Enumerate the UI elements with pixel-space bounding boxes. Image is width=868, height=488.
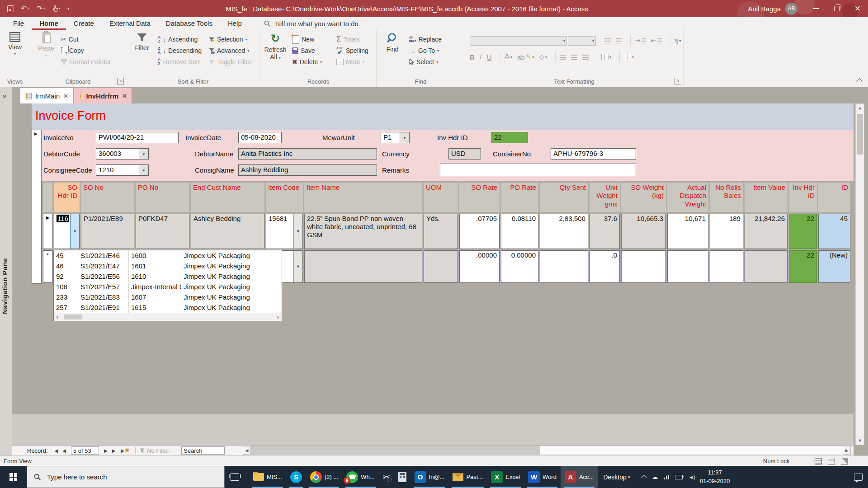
tab-file[interactable]: File xyxy=(5,17,32,30)
go-to-button[interactable]: → Go To▾ xyxy=(409,45,439,56)
undo-icon[interactable]: ↶▾ xyxy=(21,5,29,12)
taskbar-app-skype[interactable]: S xyxy=(286,466,306,488)
font-color-button[interactable]: A▾ xyxy=(505,52,512,61)
previous-record-button[interactable]: ◀ xyxy=(62,448,66,453)
descending-button[interactable]: ZA↓ Descending xyxy=(158,45,202,56)
cell-unit-weight[interactable]: 37.6 xyxy=(590,214,620,249)
consignee-code-combo[interactable]: 1210▾ xyxy=(96,164,149,176)
so-dropdown-row[interactable]: 108S1/2021/E57Jimpex-Internal OrdJimpex … xyxy=(54,282,282,292)
horizontal-scrollbar[interactable]: ◀ ▶ xyxy=(243,446,851,455)
record-search-input[interactable]: Search xyxy=(181,446,225,455)
scrollbar-thumb[interactable] xyxy=(857,114,863,155)
save-record-button[interactable]: Save xyxy=(292,45,315,56)
taskbar-app-outlook[interactable]: O In@... xyxy=(410,466,449,488)
taskbar-app-snipping-tool[interactable]: ✂ xyxy=(379,466,394,488)
chevron-down-icon[interactable]: ▾ xyxy=(400,132,409,143)
select-button[interactable]: Select▾ xyxy=(409,56,438,67)
cell-no-rolls-bales[interactable]: 189 xyxy=(710,214,743,249)
copy-button[interactable]: Copy xyxy=(61,45,84,56)
gridlines-button[interactable]: ▾ xyxy=(601,54,611,60)
cell-so-hdr-id[interactable]: 116 ▼ xyxy=(54,214,80,249)
scroll-left-icon[interactable]: ‹ xyxy=(54,314,61,320)
navigation-pane-collapsed[interactable]: » Navigation Pane xyxy=(0,87,12,455)
taskbar-app-calculator[interactable] xyxy=(394,466,410,488)
expand-nav-pane-icon[interactable]: » xyxy=(3,92,6,99)
align-right-icon[interactable] xyxy=(582,55,589,60)
text-formatting-dialog-launcher[interactable]: ⇘ xyxy=(675,78,681,84)
tab-database-tools[interactable]: Database Tools xyxy=(158,17,220,30)
cell-actual-dispatch-weight[interactable]: 10,671 xyxy=(667,214,708,249)
tray-volume-icon[interactable]: ◄) xyxy=(689,474,695,480)
start-button[interactable] xyxy=(0,466,27,488)
cell-uom[interactable] xyxy=(424,250,458,283)
taskbar-app-excel[interactable]: X Excel xyxy=(487,466,524,488)
cell-so-rate[interactable]: .07705 xyxy=(459,214,500,249)
vertical-scrollbar[interactable]: ▲ ▼ xyxy=(855,103,864,445)
datasheet-view-icon[interactable] xyxy=(815,458,822,465)
customize-qat-icon[interactable]: ▾ xyxy=(67,6,70,11)
toggle-filter-button[interactable]: Toggle Filter xyxy=(208,56,251,67)
tab-create[interactable]: Create xyxy=(66,17,102,30)
debtor-code-combo[interactable]: 360003▾ xyxy=(96,148,149,160)
so-dropdown-row[interactable]: 233S1/2021/E831607Jimpex UK Packaging xyxy=(54,292,282,302)
restore-button[interactable] xyxy=(826,0,847,17)
taskbar-app-file-explorer[interactable]: MIS... xyxy=(249,466,286,488)
form-record-selector[interactable]: ▶ xyxy=(32,130,42,284)
cut-button[interactable]: ✂ Cut xyxy=(61,34,79,45)
doc-tab-frmmain[interactable]: frmMain ✕ xyxy=(20,88,73,103)
bullet-list-icon[interactable] xyxy=(604,38,611,43)
cell-so-no[interactable]: P1/2021/E89 xyxy=(81,214,134,249)
collapse-ribbon-icon[interactable] xyxy=(857,77,862,85)
highlight-color-button[interactable]: ab✎▾ xyxy=(517,53,534,61)
italic-button[interactable]: I xyxy=(480,53,482,61)
cell-unit-weight[interactable]: .0 xyxy=(590,250,620,283)
desktop-toolbar[interactable]: Desktop» xyxy=(598,466,636,488)
format-painter-button[interactable]: Format Painter xyxy=(61,56,111,67)
clipboard-dialog-launcher[interactable]: ⇘ xyxy=(117,78,124,84)
show-hidden-icons[interactable] xyxy=(641,475,647,481)
tab-external-data[interactable]: External Data xyxy=(102,17,158,30)
align-center-icon[interactable] xyxy=(571,55,577,60)
tab-home[interactable]: Home xyxy=(32,17,66,30)
align-left-icon[interactable] xyxy=(560,55,566,60)
scrollbar-thumb[interactable] xyxy=(64,314,82,319)
cell-end-cust-name[interactable]: Ashley Bedding xyxy=(191,214,264,249)
tell-me-search[interactable]: Tell me what you want to do xyxy=(264,20,359,28)
so-dropdown-row[interactable]: 257S1/2021/E911615Jimpex UK Packaging xyxy=(54,302,282,313)
action-center-button[interactable] xyxy=(848,466,868,488)
bold-button[interactable]: B xyxy=(470,53,475,61)
avatar[interactable]: AB xyxy=(785,3,797,15)
cell-po-rate[interactable]: 0.08110 xyxy=(501,214,538,249)
refresh-all-button[interactable]: ↻ Refresh All ▾ xyxy=(262,32,288,61)
taskbar-clock[interactable]: 11:37 01-09-2020 xyxy=(695,466,735,488)
so-dropdown-row[interactable]: 45S1/2021/E461600Jimpex UK Packaging xyxy=(54,250,282,261)
record-position[interactable]: 5 of 53 xyxy=(71,446,99,455)
cell-actual-dispatch-weight[interactable] xyxy=(667,250,708,283)
totals-button[interactable]: Σ Totals xyxy=(336,34,360,45)
so-dropdown-row[interactable]: 46S1/2021/E471601Jimpex UK Packaging xyxy=(54,261,282,271)
cell-item-value[interactable] xyxy=(745,250,788,283)
save-icon[interactable] xyxy=(7,5,14,12)
paragraph-direction-icon[interactable]: ¶▾ xyxy=(675,37,681,45)
taskbar-app-access[interactable]: A Acc... xyxy=(561,466,598,488)
minimize-button[interactable] xyxy=(806,0,826,17)
replace-button[interactable]: ab⇆ac Replace xyxy=(409,34,442,45)
scroll-right-icon[interactable]: › xyxy=(274,314,282,320)
row-selector[interactable]: ▶ xyxy=(43,214,52,249)
cell-uom[interactable]: Yds. xyxy=(424,214,458,249)
chevron-icon[interactable]: » xyxy=(628,474,631,479)
chevron-down-icon[interactable]: ▾ xyxy=(139,165,148,175)
selection-button[interactable]: ⚡ Selection▾ xyxy=(208,34,247,45)
cell-item-value[interactable]: 21,842.26 xyxy=(745,214,788,249)
numbered-list-icon[interactable] xyxy=(616,38,622,43)
cell-item-name[interactable] xyxy=(304,250,422,283)
increase-indent-icon[interactable]: ⇥ xyxy=(635,37,646,45)
chevron-down-icon[interactable]: ▾ xyxy=(139,149,148,159)
so-dropdown-row[interactable]: 92S1/2021/E561610Jimpex UK Packaging xyxy=(54,271,282,282)
user-name[interactable]: Anil Bagga xyxy=(748,5,781,13)
touch-mode-icon[interactable]: ▾ xyxy=(52,5,61,12)
chevron-down-icon[interactable]: ▼ xyxy=(293,251,302,282)
tab-help[interactable]: Help xyxy=(220,17,250,30)
tray-network-icon[interactable] xyxy=(664,475,669,479)
container-no-field[interactable]: APHU-679796-3 xyxy=(551,148,636,160)
